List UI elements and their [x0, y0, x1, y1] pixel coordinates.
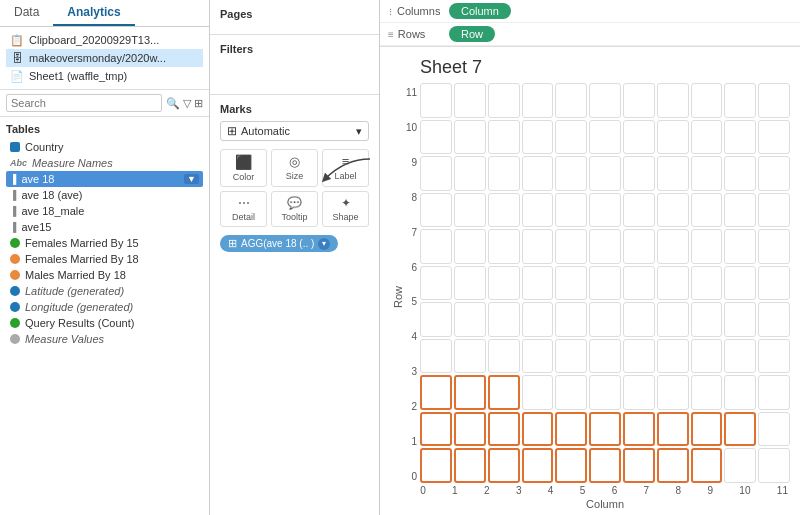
grid-cell	[623, 266, 655, 301]
field-females-15[interactable]: Females Married By 15	[6, 235, 203, 251]
tooltip-icon: 💬	[287, 196, 302, 210]
field-latitude[interactable]: Latitude (generated)	[6, 283, 203, 299]
tooltip-label: Tooltip	[281, 212, 307, 222]
field-ave15[interactable]: ▐ ave15	[6, 219, 203, 235]
dot-blue-icon-2	[10, 302, 20, 312]
field-country[interactable]: Country	[6, 139, 203, 155]
columns-label: ⫶ Columns	[388, 5, 443, 17]
grid-cell	[454, 120, 486, 155]
grid-cell	[623, 120, 655, 155]
tab-data[interactable]: Data	[0, 0, 53, 26]
field-measure-values[interactable]: Measure Values	[6, 331, 203, 347]
filter-icon[interactable]: ▽	[183, 97, 191, 110]
grid-cell	[758, 375, 790, 410]
marks-section: Marks ⊞ Automatic ▾ ⬛ C	[210, 95, 379, 515]
search-icon[interactable]: 🔍	[166, 97, 180, 110]
label-icon: ≡	[342, 154, 350, 169]
field-ave18-male[interactable]: ▐ ave 18_male	[6, 203, 203, 219]
tooltip-button[interactable]: 💬 Tooltip	[271, 191, 318, 227]
dot-orange-icon-1	[10, 254, 20, 264]
color-icon: ⬛	[235, 154, 252, 170]
plot-grid	[420, 83, 790, 483]
marks-buttons-grid: ⬛ Color ◎ Size ≡ Label ⋯ Detail 💬 Too	[220, 149, 369, 227]
grid-cell	[691, 302, 723, 337]
agg-pill-dropdown[interactable]: ▾	[318, 238, 330, 250]
grid-cell	[691, 193, 723, 228]
marks-type-dropdown[interactable]: ⊞ Automatic ▾	[220, 121, 369, 141]
pages-section: Pages	[210, 0, 379, 35]
grid-cell	[657, 448, 689, 483]
agg-pill[interactable]: ⊞ AGG(ave 18 (.. ) ▾	[220, 235, 338, 252]
grid-cell	[454, 156, 486, 191]
grid-cell	[691, 266, 723, 301]
grid-cell	[758, 120, 790, 155]
dot-green-icon-1	[10, 238, 20, 248]
chart-title: Sheet 7	[420, 57, 790, 78]
field-males-18[interactable]: Males Married By 18	[6, 267, 203, 283]
field-ave18-ave[interactable]: ▐ ave 18 (ave)	[6, 187, 203, 203]
db-icon: 🗄	[10, 51, 24, 65]
grid-cell	[758, 266, 790, 301]
grid-cell	[488, 412, 520, 447]
marks-arrow-container: ⬛ Color ◎ Size ≡ Label ⋯ Detail 💬 Too	[220, 149, 369, 227]
field-measure-names[interactable]: Abc Measure Names	[6, 155, 203, 171]
field-query-results[interactable]: Query Results (Count)	[6, 315, 203, 331]
grid-cell	[623, 229, 655, 264]
grid-cell	[454, 193, 486, 228]
tab-analytics[interactable]: Analytics	[53, 0, 134, 26]
grid-cell	[454, 448, 486, 483]
filters-title: Filters	[220, 43, 369, 55]
field-longitude[interactable]: Longitude (generated)	[6, 299, 203, 315]
field-females-18[interactable]: Females Married By 18	[6, 251, 203, 267]
grid-cell	[522, 193, 554, 228]
sort-icon[interactable]: ⊞	[194, 97, 203, 110]
datasource-sheet1[interactable]: 📄 Sheet1 (waffle_tmp)	[6, 67, 203, 85]
field-measure-values-label: Measure Values	[25, 333, 104, 345]
shape-button[interactable]: ✦ Shape	[322, 191, 369, 227]
size-label: Size	[286, 171, 304, 181]
grid-cell	[691, 83, 723, 118]
field-females-18-label: Females Married By 18	[25, 253, 139, 265]
rows-label: ≡ Rows	[388, 28, 443, 40]
size-button[interactable]: ◎ Size	[271, 149, 318, 187]
grid-cell	[589, 266, 621, 301]
color-label: Color	[233, 172, 255, 182]
row-pill[interactable]: Row	[449, 26, 495, 42]
tables-label: Tables	[6, 121, 203, 135]
field-latitude-label: Latitude (generated)	[25, 285, 124, 297]
grid-cell	[454, 375, 486, 410]
grid-cell	[488, 156, 520, 191]
rows-text: Rows	[398, 28, 426, 40]
grid-cell	[420, 412, 452, 447]
field-ave18-ave-label: ave 18 (ave)	[21, 189, 82, 201]
dropdown-arrow-icon[interactable]: ▼	[184, 174, 199, 184]
column-pill[interactable]: Column	[449, 3, 511, 19]
datasource-makeover[interactable]: 🗄 makeoversmonday/2020w...	[6, 49, 203, 67]
field-males-18-label: Males Married By 18	[25, 269, 126, 281]
datasource-clipboard[interactable]: 📋 Clipboard_20200929T13...	[6, 31, 203, 49]
grid-cell	[623, 412, 655, 447]
agg-pill-icon: ⊞	[228, 237, 237, 250]
abc-icon: Abc	[10, 158, 27, 168]
grid-cell	[488, 120, 520, 155]
label-button[interactable]: ≡ Label	[322, 149, 369, 187]
grid-cell	[522, 229, 554, 264]
color-button[interactable]: ⬛ Color	[220, 149, 267, 187]
grid-cell	[522, 448, 554, 483]
grid-cell	[589, 229, 621, 264]
grid-cell	[555, 302, 587, 337]
grid-cell	[691, 156, 723, 191]
grid-cell	[488, 266, 520, 301]
grid-cell	[555, 266, 587, 301]
grid-cell	[691, 448, 723, 483]
rows-icon: ≡	[388, 29, 394, 40]
tables-section: Tables Country Abc Measure Names ▐ ave 1…	[0, 117, 209, 515]
x-axis-label: Column	[420, 498, 790, 510]
field-ave18[interactable]: ▐ ave 18 ▼	[6, 171, 203, 187]
x-axis-ticks: 0 1 2 3 4 5 6 7 8 9 10 11	[420, 483, 790, 498]
field-females-15-label: Females Married By 15	[25, 237, 139, 249]
detail-button[interactable]: ⋯ Detail	[220, 191, 267, 227]
dot-blue-icon-1	[10, 286, 20, 296]
label-label: Label	[334, 171, 356, 181]
search-input[interactable]	[6, 94, 162, 112]
